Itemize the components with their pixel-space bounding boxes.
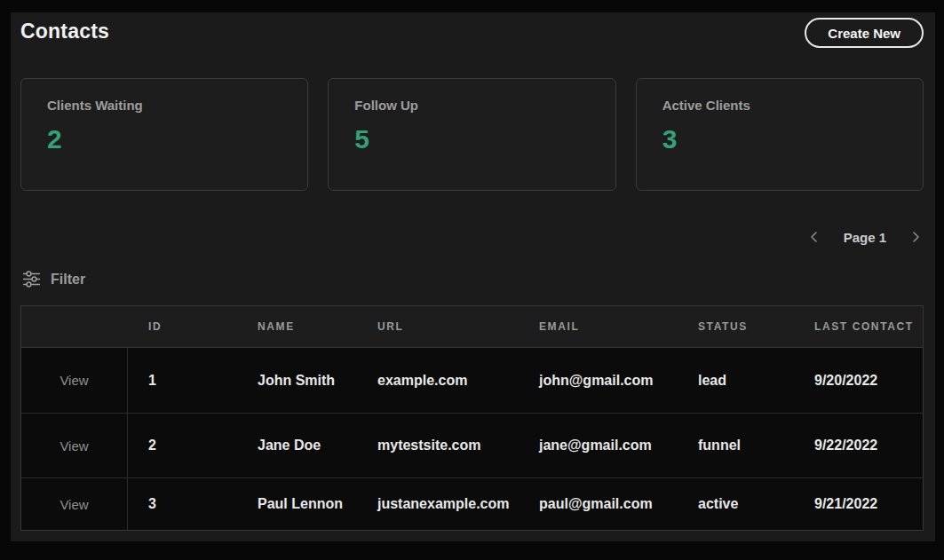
stat-card-value: 2 (47, 124, 307, 154)
filter-button[interactable]: Filter (22, 270, 85, 288)
contacts-table: ID NAME URL EMAIL STATUS LAST CONTACT Vi… (20, 305, 924, 531)
contacts-panel: Contacts Create New Clients Waiting 2 Fo… (11, 12, 935, 541)
cell-name: John Smith (237, 348, 357, 413)
stat-card-clients-waiting: Clients Waiting 2 (20, 78, 308, 191)
cell-url: justanexample.com (357, 478, 519, 530)
cell-last-contact: 9/22/2022 (794, 414, 923, 477)
cell-email: jane@gmail.com (519, 414, 678, 477)
stat-card-follow-up: Follow Up 5 (328, 78, 615, 191)
col-header-id: ID (128, 306, 237, 347)
table-row: View 2 Jane Doe mytestsite.com jane@gmai… (21, 413, 923, 477)
view-button[interactable]: View (59, 438, 88, 454)
col-header-last-contact: LAST CONTACT (794, 306, 923, 347)
cell-status: active (678, 478, 794, 530)
filter-label: Filter (51, 272, 85, 288)
stat-card-label: Follow Up (354, 98, 615, 113)
cell-id: 3 (128, 478, 237, 530)
col-header-name: NAME (237, 306, 357, 347)
col-header-url: URL (357, 306, 519, 347)
cell-email: john@gmail.com (519, 348, 678, 413)
chevron-left-icon[interactable] (806, 228, 822, 246)
table-header-row: ID NAME URL EMAIL STATUS LAST CONTACT (21, 306, 923, 348)
cell-name: Jane Doe (237, 414, 357, 477)
cell-name: Paul Lennon (237, 478, 357, 530)
cell-status: funnel (678, 414, 794, 477)
cell-last-contact: 9/21/2022 (794, 478, 923, 530)
create-new-button[interactable]: Create New (805, 18, 924, 48)
stat-card-label: Clients Waiting (47, 98, 307, 113)
stat-card-value: 3 (662, 124, 923, 154)
cell-email: paul@gmail.com (519, 478, 678, 530)
page-indicator: Page 1 (844, 230, 886, 245)
cell-url: mytestsite.com (357, 414, 519, 477)
view-cell: View (21, 414, 128, 477)
pagination: Page 1 (806, 225, 924, 248)
sliders-icon (22, 270, 41, 288)
stat-card-label: Active Clients (662, 98, 923, 113)
cell-status: lead (678, 348, 794, 413)
cell-id: 1 (128, 348, 237, 413)
table-row: View 1 John Smith example.com john@gmail… (21, 348, 923, 413)
cell-id: 2 (128, 414, 237, 477)
stat-card-active-clients: Active Clients 3 (636, 78, 924, 191)
view-cell: View (21, 478, 128, 530)
view-cell: View (21, 348, 128, 413)
view-button[interactable]: View (59, 497, 88, 512)
stat-card-value: 5 (354, 124, 615, 154)
cell-last-contact: 9/20/2022 (794, 348, 923, 413)
table-row: View 3 Paul Lennon justanexample.com pau… (21, 477, 923, 530)
page-title: Contacts (20, 20, 109, 43)
col-header-email: EMAIL (519, 306, 678, 347)
stat-cards: Clients Waiting 2 Follow Up 5 Active Cli… (20, 78, 924, 191)
chevron-right-icon[interactable] (908, 228, 924, 246)
col-header-status: STATUS (678, 306, 794, 347)
col-header-view (21, 306, 128, 347)
cell-url: example.com (357, 348, 519, 413)
view-button[interactable]: View (59, 373, 88, 388)
